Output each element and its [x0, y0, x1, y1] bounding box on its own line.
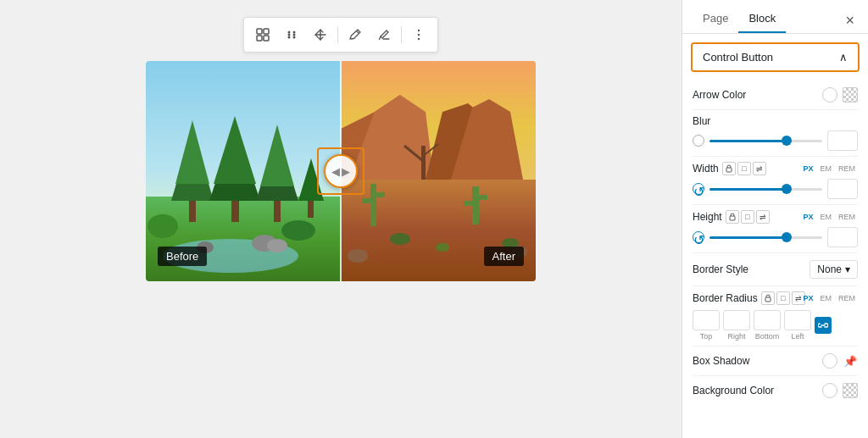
svg-rect-54 [765, 297, 771, 302]
height-top-row: Height □ ⇌ PX EM [693, 210, 858, 224]
br-right-label: Right [727, 332, 745, 341]
br-top-wrap: Top [693, 310, 720, 341]
border-radius-unit-icons: □ ⇌ [761, 291, 805, 305]
sidebar-close-button[interactable]: × [842, 13, 858, 28]
border-style-row: Border Style None ▾ [693, 253, 858, 286]
border-radius-label-group: Border Radius □ ⇌ [693, 291, 800, 305]
border-radius-inputs: Top Right Bottom Left [693, 310, 858, 341]
width-unit-em[interactable]: EM [818, 164, 835, 174]
svg-rect-53 [730, 216, 735, 220]
height-lock-icon[interactable] [726, 210, 739, 224]
height-reset-icon[interactable]: ↺ [693, 231, 704, 243]
arrow-right-icon: ▶ [342, 165, 350, 178]
border-style-label: Border Style [693, 263, 748, 275]
after-label: After [484, 247, 524, 266]
br-top-input[interactable] [693, 310, 720, 330]
height-unlink-icon[interactable]: □ [741, 210, 754, 224]
tab-page[interactable]: Page [693, 7, 738, 33]
more-icon [412, 28, 426, 42]
svg-point-50 [348, 249, 368, 263]
toolbar-move-btn[interactable] [278, 21, 305, 48]
erase-icon [377, 28, 391, 42]
toolbar-pen-btn[interactable] [342, 21, 369, 48]
height-unit-px[interactable]: PX [800, 212, 815, 222]
svg-rect-24 [274, 201, 281, 222]
height-unit-em[interactable]: EM [818, 212, 835, 222]
br-unlink-icon[interactable]: □ [776, 291, 790, 305]
svg-rect-2 [257, 36, 262, 41]
arrows-icon [314, 28, 327, 42]
toolbar-arrows-btn[interactable] [307, 21, 334, 48]
lock-icon [725, 164, 733, 173]
chevron-up-icon: ∧ [839, 51, 848, 64]
height-unit-rem[interactable]: REM [836, 212, 858, 222]
bg-color-icons [822, 383, 858, 398]
svg-point-47 [390, 233, 410, 245]
width-unit-icons: □ ⇌ [722, 162, 766, 175]
height-input[interactable] [827, 227, 858, 247]
br-unit-labels: PX EM REM [800, 293, 858, 303]
control-button-header[interactable]: Control Button ∧ [693, 44, 858, 70]
arrow-color-circle[interactable] [822, 87, 837, 103]
width-unlink-icon[interactable]: □ [737, 162, 751, 175]
bg-color-checker[interactable] [843, 383, 858, 398]
br-lock-svg [764, 294, 772, 302]
height-unit-labels: PX EM REM [800, 212, 858, 222]
br-unit-em[interactable]: EM [818, 293, 835, 303]
arrow-color-checker[interactable] [843, 87, 858, 103]
arrow-color-label: Arrow Color [693, 89, 746, 101]
br-bottom-input[interactable] [754, 310, 781, 330]
box-shadow-row: Box Shadow 📌 [693, 347, 858, 376]
svg-point-5 [293, 31, 296, 34]
svg-rect-21 [231, 201, 239, 222]
toolbar-more-btn[interactable] [405, 21, 432, 48]
toolbar-erase-btn[interactable] [370, 21, 398, 48]
width-link-icon[interactable]: ⇌ [753, 162, 766, 175]
svg-rect-33 [341, 180, 536, 281]
border-style-chevron: ▾ [845, 263, 850, 275]
br-lock-icon[interactable] [761, 291, 775, 305]
blur-slider-row [693, 130, 858, 151]
svg-rect-45 [464, 201, 472, 206]
tab-block[interactable]: Block [738, 7, 786, 33]
box-shadow-color-icon[interactable] [822, 353, 837, 369]
pin-icon[interactable]: 📌 [843, 353, 858, 369]
blur-input[interactable] [827, 130, 858, 151]
svg-rect-26 [308, 201, 314, 218]
blur-slider[interactable] [709, 140, 822, 142]
br-unit-px[interactable]: PX [800, 293, 815, 303]
control-button-section: Control Button ∧ [691, 42, 860, 72]
editor-area: Before After ◀ ▶ [0, 0, 682, 438]
br-left-input[interactable] [784, 310, 811, 330]
handle-button[interactable]: ◀ ▶ [324, 154, 358, 188]
svg-point-27 [147, 214, 178, 238]
width-unit-rem[interactable]: REM [836, 164, 858, 174]
width-reset-icon[interactable]: ↺ [693, 183, 704, 195]
svg-point-10 [418, 30, 420, 31]
control-button-label: Control Button [703, 51, 773, 64]
br-unit-rem[interactable]: REM [836, 293, 858, 303]
width-unit-px[interactable]: PX [800, 164, 815, 174]
border-radius-top-row: Border Radius □ ⇌ PX EM [693, 291, 858, 305]
blur-label: Blur [693, 115, 710, 127]
bg-color-row: Background Color [693, 376, 858, 405]
width-slider[interactable] [709, 188, 822, 191]
br-link-chain-icon[interactable] [815, 317, 832, 334]
arrow-color-row: Arrow Color [693, 80, 858, 110]
bg-color-circle[interactable] [822, 383, 837, 398]
svg-rect-3 [264, 36, 269, 41]
toolbar-grid-btn[interactable] [249, 21, 276, 48]
svg-point-8 [288, 34, 291, 36]
svg-rect-44 [472, 186, 479, 225]
width-unit-labels: PX EM REM [800, 164, 858, 174]
br-right-input[interactable] [723, 310, 750, 330]
svg-rect-0 [257, 29, 262, 34]
br-top-label: Top [700, 332, 713, 341]
width-lock-icon[interactable] [722, 162, 736, 175]
height-link-icon[interactable]: ⇌ [756, 210, 770, 224]
svg-rect-41 [370, 184, 376, 226]
border-style-select[interactable]: None ▾ [810, 260, 858, 279]
blur-slider-icon [693, 135, 704, 147]
height-slider[interactable] [709, 236, 822, 239]
width-input[interactable] [827, 179, 858, 199]
